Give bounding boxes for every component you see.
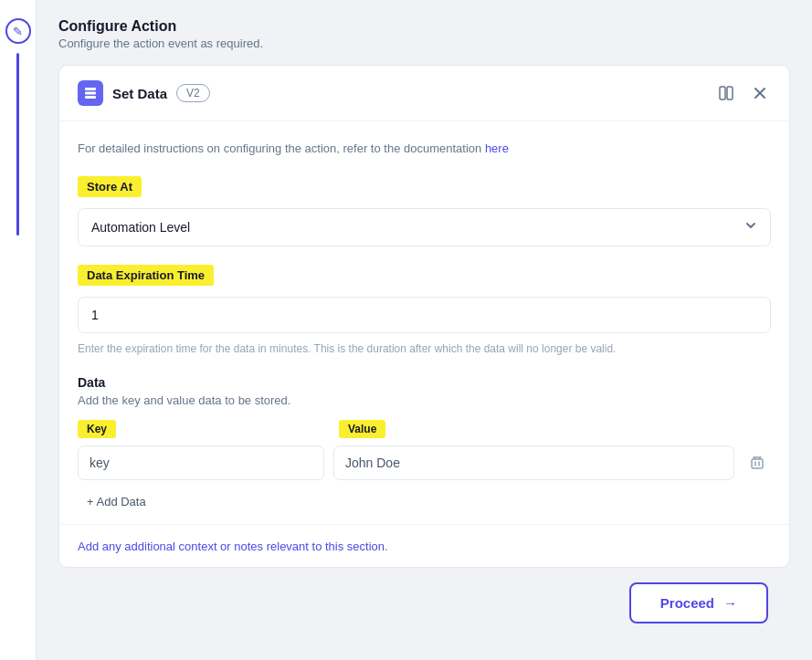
stack-icon: [83, 86, 98, 100]
add-data-button[interactable]: + Add Data: [78, 489, 155, 514]
expiration-input[interactable]: [78, 297, 771, 333]
data-table-header: Key Value: [78, 420, 771, 438]
page-header: Configure Action Configure the action ev…: [58, 18, 790, 50]
data-section-subtitle: Add the key and value data to be stored.: [78, 393, 771, 407]
card-header-left: Set Data V2: [78, 80, 210, 106]
key-label: Key: [78, 420, 116, 438]
store-at-select-wrapper: Automation Level Session Level Global Le…: [78, 208, 771, 246]
svg-rect-0: [85, 88, 96, 90]
proceed-arrow-icon: →: [723, 595, 737, 611]
value-column-header: Value: [339, 420, 771, 438]
svg-rect-4: [727, 87, 733, 100]
key-column-header: Key: [78, 420, 324, 438]
store-at-select[interactable]: Automation Level Session Level Global Le…: [78, 208, 771, 246]
card-header: Set Data V2: [59, 66, 789, 121]
close-button[interactable]: [749, 82, 771, 104]
set-data-icon: [78, 80, 103, 106]
key-input[interactable]: [78, 445, 324, 480]
proceed-button[interactable]: Proceed →: [629, 582, 768, 623]
card-header-right: [714, 81, 771, 105]
card-body: For detailed instructions on configuring…: [59, 121, 789, 524]
proceed-row: Proceed →: [58, 568, 790, 642]
value-label: Value: [339, 420, 385, 438]
data-section-title: Data: [78, 375, 771, 390]
data-section: Data Add the key and value data to be st…: [78, 375, 771, 514]
left-sidebar: ✎: [0, 0, 37, 660]
store-at-label: Store At: [78, 176, 142, 197]
expiration-help-text: Enter the expiration time for the data i…: [78, 340, 771, 357]
context-note-link[interactable]: Add any additional context or notes rele…: [78, 540, 388, 553]
svg-rect-2: [85, 96, 96, 99]
proceed-label: Proceed: [660, 595, 714, 611]
documentation-link[interactable]: here: [485, 141, 509, 155]
svg-rect-1: [85, 92, 96, 95]
edit-icon: ✎: [5, 18, 31, 44]
close-icon: [753, 86, 767, 100]
svg-rect-7: [752, 459, 763, 468]
version-badge: V2: [176, 84, 210, 102]
card-footer: Add any additional context or notes rele…: [59, 524, 789, 567]
expand-icon: [718, 85, 734, 101]
svg-rect-3: [720, 87, 725, 100]
table-row: [78, 445, 771, 480]
expand-button[interactable]: [714, 81, 738, 105]
page-title: Configure Action: [58, 18, 790, 35]
left-accent-bar: [16, 53, 19, 236]
store-at-section: Store At Automation Level Session Level …: [78, 176, 771, 246]
expiration-section: Data Expiration Time Enter the expiratio…: [78, 265, 771, 357]
configure-card: Set Data V2: [58, 65, 790, 568]
value-input[interactable]: [333, 445, 734, 480]
main-content: Configure Action Configure the action ev…: [37, 0, 812, 660]
expiration-label: Data Expiration Time: [78, 265, 214, 286]
card-title: Set Data: [112, 86, 167, 101]
trash-icon: [749, 455, 765, 471]
info-text: For detailed instructions on configuring…: [78, 140, 771, 158]
page-subtitle: Configure the action event as required.: [58, 37, 790, 50]
delete-row-button[interactable]: [743, 449, 771, 477]
